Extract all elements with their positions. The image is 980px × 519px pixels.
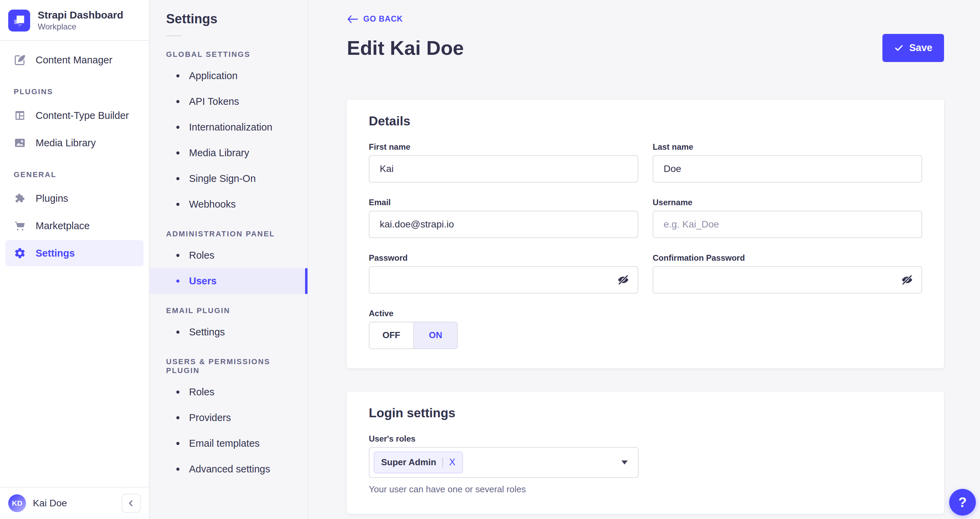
sidebar-item-plugins[interactable]: Plugins — [5, 185, 143, 212]
subnav-item-email-templates[interactable]: Email templates — [150, 431, 307, 456]
brand-subtitle: Workplace — [38, 22, 123, 32]
user-name: Kai Doe — [33, 498, 115, 509]
active-toggle-off[interactable]: OFF — [369, 322, 413, 349]
subnav-title: Settings — [150, 12, 307, 26]
bullet-icon — [177, 254, 180, 257]
bullet-icon — [177, 74, 180, 77]
details-card: Details First name Last name Email — [347, 100, 944, 368]
active-label: Active — [369, 309, 638, 318]
email-input[interactable] — [369, 211, 638, 238]
avatar[interactable]: KD — [8, 494, 26, 512]
username-label: Username — [653, 197, 922, 207]
sidebar-item-content-type-builder[interactable]: Content-Type Builder — [5, 102, 143, 129]
user-roles-hint: Your user can have one or several roles — [369, 484, 922, 495]
active-toggle[interactable]: OFF ON — [369, 322, 458, 349]
subnav-item-admin-users[interactable]: Users — [150, 268, 307, 294]
divider — [442, 457, 443, 468]
bullet-icon — [177, 280, 180, 283]
header-row: Edit Kai Doe Save — [347, 34, 944, 62]
eye-off-icon — [617, 273, 630, 287]
settings-subnav: Settings GLOBAL SETTINGS Application API… — [150, 0, 308, 519]
subnav-item-providers[interactable]: Providers — [150, 405, 307, 431]
main-sidebar: Strapi Dashboard Workplace Content Manag… — [0, 0, 150, 519]
page-title: Edit Kai Doe — [347, 36, 464, 59]
email-label: Email — [369, 197, 638, 207]
subnav-item-advanced-settings[interactable]: Advanced settings — [150, 456, 307, 482]
subnav-item-admin-roles[interactable]: Roles — [150, 242, 307, 268]
sidebar-footer: KD Kai Doe — [0, 487, 149, 519]
divider — [166, 35, 182, 36]
subnav-item-up-roles[interactable]: Roles — [150, 379, 307, 405]
subnav-section-users-permissions-plugin: USERS & PERMISSIONS PLUGIN — [150, 345, 307, 379]
subnav-item-label: Email templates — [189, 438, 259, 449]
subnav-item-media-library[interactable]: Media Library — [150, 140, 307, 166]
subnav-item-api-tokens[interactable]: API Tokens — [150, 89, 307, 115]
main-content: GO BACK Edit Kai Doe Save Details First … — [308, 0, 980, 519]
main-nav-items: Content Manager PLUGINS Content-Type Bui… — [0, 41, 149, 487]
sidebar-item-content-manager[interactable]: Content Manager — [5, 47, 143, 73]
arrow-left-icon — [347, 15, 358, 24]
bullet-icon — [177, 203, 180, 206]
sidebar-item-label: Content Manager — [36, 54, 112, 66]
username-input[interactable] — [653, 211, 922, 238]
check-icon — [894, 43, 904, 53]
last-name-label: Last name — [653, 142, 922, 152]
subnav-item-label: Application — [189, 70, 238, 81]
details-card-title: Details — [369, 114, 922, 129]
sidebar-section-general: GENERAL — [5, 157, 143, 184]
strapi-logo-icon — [8, 10, 30, 32]
strapi-admin-app: Strapi Dashboard Workplace Content Manag… — [0, 0, 980, 519]
toggle-confirmation-password-visibility-button[interactable] — [899, 272, 915, 287]
first-name-label: First name — [369, 142, 638, 152]
subnav-item-single-sign-on[interactable]: Single Sign-On — [150, 166, 307, 191]
password-field: Password — [369, 253, 638, 294]
subnav-item-email-settings[interactable]: Settings — [150, 319, 307, 345]
sidebar-item-media-library[interactable]: Media Library — [5, 130, 143, 156]
help-button[interactable]: ? — [949, 489, 976, 516]
subnav-item-label: API Tokens — [189, 96, 239, 107]
sidebar-item-marketplace[interactable]: Marketplace — [5, 213, 143, 239]
confirmation-password-input[interactable] — [653, 266, 922, 294]
last-name-input[interactable] — [653, 155, 922, 183]
bullet-icon — [177, 177, 180, 180]
brand-title: Strapi Dashboard — [38, 9, 123, 21]
first-name-input[interactable] — [369, 155, 638, 183]
bullet-icon — [177, 151, 180, 154]
go-back-link[interactable]: GO BACK — [347, 14, 403, 24]
password-label: Password — [369, 253, 638, 263]
sidebar-item-label: Settings — [36, 248, 75, 259]
bullet-icon — [177, 442, 180, 445]
user-roles-field: User's roles Super Admin X Your user can… — [369, 434, 922, 495]
sidebar-item-label: Media Library — [36, 137, 96, 149]
sidebar-item-settings[interactable]: Settings — [5, 240, 143, 266]
chevron-left-icon — [126, 498, 136, 508]
collapse-sidebar-button[interactable] — [122, 494, 141, 513]
bullet-icon — [177, 468, 180, 471]
last-name-field: Last name — [653, 142, 922, 183]
chevron-down-icon — [622, 460, 628, 465]
subnav-section-administration-panel: ADMINISTRATION PANEL — [150, 217, 307, 242]
subnav-item-internationalization[interactable]: Internationalization — [150, 115, 307, 140]
subnav-item-label: Internationalization — [189, 122, 272, 133]
remove-role-button[interactable]: X — [449, 457, 455, 468]
subnav-item-webhooks[interactable]: Webhooks — [150, 191, 307, 217]
subnav-item-label: Providers — [189, 412, 231, 423]
subnav-item-label: Roles — [189, 387, 214, 398]
save-button[interactable]: Save — [882, 34, 944, 62]
details-form: First name Last name Email — [369, 142, 922, 349]
role-tag: Super Admin X — [374, 452, 463, 473]
toggle-password-visibility-button[interactable] — [616, 272, 631, 287]
active-toggle-on[interactable]: ON — [413, 322, 457, 349]
eye-off-icon — [900, 273, 913, 287]
role-tag-label: Super Admin — [381, 457, 436, 468]
image-icon — [14, 137, 26, 149]
layout-icon — [14, 109, 26, 122]
user-roles-select[interactable]: Super Admin X — [369, 447, 639, 478]
puzzle-icon — [14, 192, 26, 204]
password-input[interactable] — [369, 266, 638, 294]
question-mark-icon: ? — [958, 495, 967, 510]
sidebar-section-plugins: PLUGINS — [5, 74, 143, 101]
brand[interactable]: Strapi Dashboard Workplace — [0, 0, 149, 40]
subnav-item-application[interactable]: Application — [150, 63, 307, 89]
username-field: Username — [653, 197, 922, 238]
